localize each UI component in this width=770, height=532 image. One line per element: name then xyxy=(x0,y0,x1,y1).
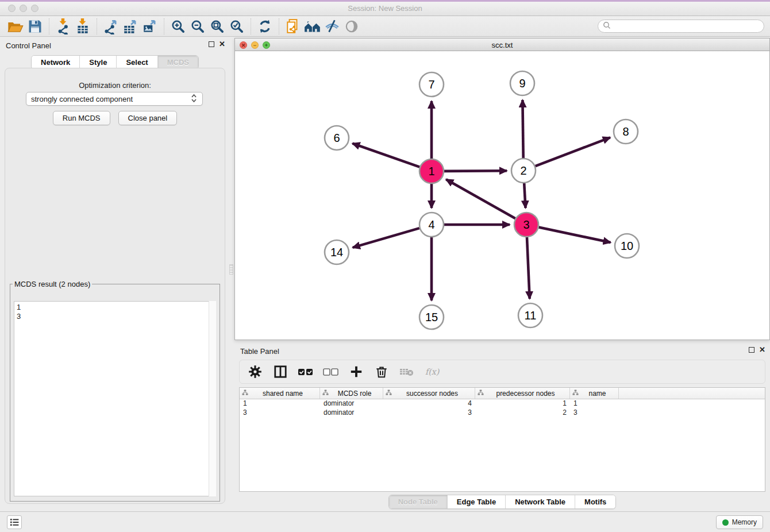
table-cell[interactable]: 1 xyxy=(570,399,619,408)
node-label: 1 xyxy=(428,165,434,178)
tab-network-table[interactable]: Network Table xyxy=(505,495,575,508)
export-table-icon[interactable] xyxy=(121,18,140,35)
column-header-name[interactable]: name xyxy=(570,388,619,399)
tab-node-table[interactable]: Node Table xyxy=(389,495,447,508)
panel-splitter-handle[interactable] xyxy=(229,264,233,275)
graph-edge-3-11[interactable] xyxy=(527,237,530,299)
table-row[interactable]: 3dominator323 xyxy=(240,408,765,418)
delete-column-icon[interactable] xyxy=(373,363,390,380)
table-panel-title: Table Panel xyxy=(240,347,279,356)
table-cell[interactable]: 2 xyxy=(475,408,570,418)
column-header-MCDS-role[interactable]: MCDS role xyxy=(320,388,383,399)
graph-node-1[interactable]: 1 xyxy=(419,159,444,183)
table-cell[interactable]: 4 xyxy=(383,399,475,408)
graph-node-9[interactable]: 9 xyxy=(510,71,534,95)
graph-node-15[interactable]: 15 xyxy=(419,305,444,329)
memory-label: Memory xyxy=(732,518,757,526)
graph-node-11[interactable]: 11 xyxy=(518,303,542,327)
graph-edge-3-1[interactable] xyxy=(446,179,515,218)
graph-node-10[interactable]: 10 xyxy=(615,234,639,258)
graph-node-3[interactable]: 3 xyxy=(514,213,538,237)
save-session-icon[interactable] xyxy=(25,18,45,35)
graph-edge-4-14[interactable] xyxy=(353,228,419,248)
import-table-icon[interactable] xyxy=(73,18,93,35)
graph-node-7[interactable]: 7 xyxy=(419,72,444,97)
control-panel-title: Control Panel xyxy=(6,41,51,50)
network-canvas[interactable]: 7968124314101511 xyxy=(235,51,769,340)
column-header-shared-name[interactable]: shared name xyxy=(240,388,320,399)
graph-edge-1-2[interactable] xyxy=(444,171,507,171)
export-network-icon[interactable] xyxy=(101,18,121,35)
tree-header-icon[interactable] xyxy=(386,390,392,398)
tree-header-icon[interactable] xyxy=(572,390,579,398)
tab-mcds[interactable]: MCDS xyxy=(157,56,198,69)
float-panel-icon[interactable] xyxy=(209,41,214,47)
tab-motifs[interactable]: Motifs xyxy=(575,495,615,508)
float-table-panel-icon[interactable] xyxy=(749,347,754,353)
table-cell[interactable]: 1 xyxy=(475,399,570,408)
zoom-fit-icon[interactable] xyxy=(207,18,227,35)
run-mcds-button[interactable]: Run MCDS xyxy=(53,111,110,125)
close-panel-button[interactable]: Close panel xyxy=(118,111,178,125)
table-cell[interactable]: 1 xyxy=(240,399,320,408)
graph-edge-1-6[interactable] xyxy=(352,144,419,167)
table-settings-gear-icon[interactable] xyxy=(247,363,264,380)
table-cell[interactable]: 3 xyxy=(240,408,320,418)
mcds-result-title: MCDS result (2 nodes) xyxy=(13,280,92,288)
graph-edge-2-9[interactable] xyxy=(522,100,523,158)
mcds-result-text[interactable]: 13 xyxy=(14,301,216,496)
table-cell[interactable]: 3 xyxy=(570,408,619,418)
zoom-in-icon[interactable] xyxy=(168,18,188,35)
search-input[interactable] xyxy=(614,22,764,30)
tab-select[interactable]: Select xyxy=(116,56,157,69)
control-panel: Control Panel ✕ NetworkStyleSelectMCDS O… xyxy=(0,37,230,511)
tree-header-icon[interactable] xyxy=(322,390,329,398)
table-cell[interactable]: dominator xyxy=(320,408,383,418)
network-title: scc.txt xyxy=(235,41,769,49)
table-row[interactable]: 1dominator411 xyxy=(240,399,765,408)
node-label: 4 xyxy=(428,218,434,231)
graph-edge-2-3[interactable] xyxy=(524,183,525,208)
graph-edge-3-10[interactable] xyxy=(539,228,611,242)
select-all-icon[interactable] xyxy=(297,363,314,380)
table-cell[interactable]: dominator xyxy=(320,399,383,408)
column-layout-icon[interactable] xyxy=(272,363,289,380)
node-label: 10 xyxy=(621,240,633,252)
node-table[interactable]: shared nameMCDS rolesuccessor nodesprede… xyxy=(239,387,765,492)
home-icon[interactable] xyxy=(303,18,322,35)
table-cell[interactable]: 3 xyxy=(383,408,475,418)
network-window-titlebar[interactable]: ✕ − + scc.txt xyxy=(235,38,769,51)
graph-node-14[interactable]: 14 xyxy=(325,240,349,264)
tab-network[interactable]: Network xyxy=(32,56,79,69)
hide-eye-icon[interactable] xyxy=(322,18,342,35)
mcds-result-scrollbar[interactable] xyxy=(209,301,216,496)
graph-node-2[interactable]: 2 xyxy=(511,159,536,183)
refresh-layout-icon[interactable] xyxy=(255,18,275,35)
tab-style[interactable]: Style xyxy=(79,56,116,69)
tree-header-icon[interactable] xyxy=(478,390,484,398)
graph-edge-2-8[interactable] xyxy=(536,137,610,166)
export-image-icon[interactable] xyxy=(140,18,160,35)
add-column-icon[interactable] xyxy=(348,363,365,380)
deselect-all-icon[interactable] xyxy=(322,363,340,380)
zoom-selected-icon[interactable] xyxy=(227,18,247,35)
table-panel: Table Panel ✕ f(x) shared nameMCDS roles… xyxy=(234,342,770,511)
optimization-criterion-select[interactable]: strongly connected component xyxy=(26,92,203,106)
graph-node-8[interactable]: 8 xyxy=(614,119,638,144)
import-network-icon[interactable] xyxy=(53,18,73,35)
column-header-successor-nodes[interactable]: successor nodes xyxy=(383,388,475,399)
tab-edge-table[interactable]: Edge Table xyxy=(447,495,505,508)
graph-node-6[interactable]: 6 xyxy=(325,126,349,150)
close-table-panel-icon[interactable]: ✕ xyxy=(759,347,765,353)
search-box[interactable] xyxy=(598,20,764,33)
toolbar-separator xyxy=(251,18,251,34)
open-session-icon[interactable] xyxy=(6,18,25,35)
memory-button[interactable]: Memory xyxy=(716,515,763,529)
graph-node-4[interactable]: 4 xyxy=(419,213,444,237)
task-history-button[interactable] xyxy=(7,515,22,529)
close-panel-icon[interactable]: ✕ xyxy=(219,41,225,47)
clone-network-icon[interactable] xyxy=(283,18,303,35)
tree-header-icon[interactable] xyxy=(242,390,248,398)
zoom-out-icon[interactable] xyxy=(188,18,207,35)
column-header-predecessor-nodes[interactable]: predecessor nodes xyxy=(475,388,570,399)
